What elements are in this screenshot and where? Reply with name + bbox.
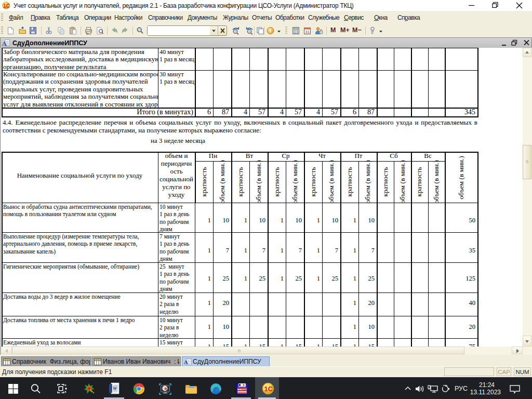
svg-text:i: i [270, 28, 271, 34]
svg-text:1С: 1С [3, 3, 10, 9]
svg-text:1С: 1С [264, 385, 273, 393]
svg-text:31: 31 [305, 30, 310, 34]
svg-text:A: A [184, 359, 188, 365]
svg-text:1С:Предпр: 1С:Предпр [238, 389, 248, 391]
svg-text:A: A [2, 40, 7, 47]
svg-text:W: W [113, 385, 118, 391]
